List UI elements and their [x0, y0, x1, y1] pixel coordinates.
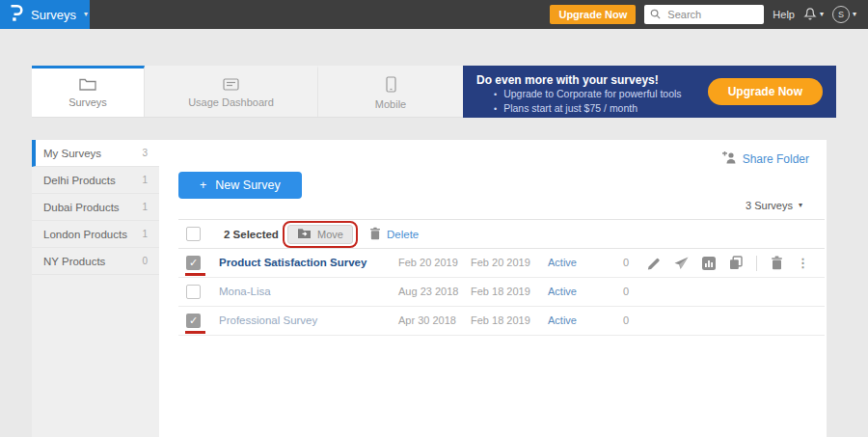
banner-bullet-text: Plans start at just $75 / month	[503, 101, 637, 115]
tab-label: Surveys	[68, 96, 107, 108]
brand-logo-icon	[9, 4, 23, 26]
banner-upgrade-button[interactable]: Upgrade Now	[708, 78, 823, 105]
bulk-actions-toolbar: 2 Selected Move	[178, 219, 825, 249]
copy-icon[interactable]	[729, 256, 743, 270]
upgrade-now-button[interactable]: Upgrade Now	[550, 5, 636, 24]
trash-icon	[369, 227, 381, 242]
tab-mobile[interactable]: Mobile	[318, 66, 463, 117]
checkbox-annotation-underline	[185, 331, 205, 334]
tab-label: Usage Dashboard	[188, 96, 274, 108]
app-switcher[interactable]: Surveys ▾	[0, 0, 90, 29]
folder-label: Dubai Products	[43, 202, 120, 213]
folder-count: 0	[142, 256, 148, 266]
modified-date: Feb 18 2019	[471, 286, 530, 297]
add-user-icon	[721, 151, 737, 167]
dashboard-icon	[223, 78, 239, 93]
responses-count: 0	[623, 286, 629, 297]
new-survey-label: New Survey	[215, 178, 280, 192]
avatar: S	[832, 6, 850, 23]
row-checkbox[interactable]	[186, 256, 201, 270]
select-all-checkbox[interactable]	[186, 227, 201, 241]
row-actions: ⋮	[647, 249, 809, 277]
reports-icon[interactable]	[702, 257, 716, 270]
app-screen: Surveys ▾ Upgrade Now Help	[0, 0, 868, 437]
account-menu[interactable]: S ▾	[832, 6, 856, 23]
help-link[interactable]: Help	[773, 9, 795, 20]
sidebar-item-london-products[interactable]: London Products 1	[32, 221, 159, 248]
sidebar-item-ny-products[interactable]: NY Products 0	[32, 248, 159, 275]
chevron-down-icon: ▾	[84, 11, 88, 18]
share-folder-link[interactable]: Share Folder	[721, 151, 809, 167]
more-options-icon[interactable]: ⋮	[797, 257, 809, 269]
new-survey-button[interactable]: + New Survey	[178, 172, 302, 199]
checkbox-annotation-underline	[185, 273, 205, 276]
section-tabs: Surveys Usage Dashboard Mobile	[32, 66, 463, 118]
folders-sidebar: My Surveys 3 Delhi Products 1 Dubai Prod…	[32, 140, 159, 437]
bullet-icon: •	[494, 102, 497, 116]
move-annotation-box: Move	[283, 221, 358, 248]
created-date: Apr 30 2018	[398, 314, 456, 326]
surveys-count-label: 3 Surveys	[746, 200, 793, 211]
table-row: Professional Survey Apr 30 2018 Feb 18 2…	[178, 307, 825, 336]
chevron-down-icon: ▾	[799, 202, 802, 209]
move-button[interactable]: Move	[287, 225, 353, 244]
created-date: Aug 23 2018	[398, 286, 458, 297]
app-menu-label: Surveys	[31, 8, 76, 22]
table-row: Product Satisfaction Survey Feb 20 2019 …	[178, 249, 825, 278]
promo-banner: Do even more with your surveys! • Upgrad…	[463, 66, 836, 118]
folder-count: 1	[142, 175, 148, 185]
delete-button[interactable]: Delete	[369, 227, 419, 242]
row-checkbox[interactable]	[186, 314, 201, 328]
tab-surveys[interactable]: Surveys	[32, 66, 145, 117]
row-checkbox[interactable]	[186, 285, 201, 299]
chevron-down-icon: ▾	[820, 11, 824, 18]
table-row: Mona-Lisa Aug 23 2018 Feb 18 2019 Active…	[178, 278, 825, 307]
share-folder-label: Share Folder	[743, 152, 809, 166]
folder-label: London Products	[43, 229, 127, 240]
sidebar-item-my-surveys[interactable]: My Surveys 3	[32, 140, 159, 167]
survey-title-link[interactable]: Product Satisfaction Survey	[219, 257, 366, 268]
tab-label: Mobile	[375, 98, 406, 110]
plus-icon: +	[200, 178, 206, 192]
surveys-table: 2 Selected Move	[178, 219, 825, 336]
responses-count: 0	[623, 314, 629, 326]
move-folder-icon	[297, 228, 312, 241]
trash-icon[interactable]	[771, 256, 783, 270]
folder-icon	[79, 77, 96, 93]
chevron-down-icon: ▾	[853, 11, 856, 18]
search-input[interactable]	[665, 8, 758, 21]
folder-label: NY Products	[43, 256, 105, 267]
selected-count-label: 2 Selected	[224, 229, 279, 240]
status-badge[interactable]: Active	[548, 314, 577, 326]
folder-count: 3	[142, 148, 148, 158]
surveys-panel: Share Folder + New Survey 3 Surveys ▾ 2 …	[159, 140, 827, 437]
send-icon[interactable]	[674, 257, 689, 270]
bell-icon	[803, 6, 817, 24]
folder-count: 1	[142, 202, 148, 212]
edit-icon[interactable]	[647, 257, 661, 270]
bullet-icon: •	[494, 88, 497, 101]
modified-date: Feb 18 2019	[471, 314, 530, 326]
folder-label: My Surveys	[43, 148, 101, 159]
tab-usage-dashboard[interactable]: Usage Dashboard	[145, 66, 318, 117]
created-date: Feb 20 2019	[398, 257, 458, 268]
sidebar-item-delhi-products[interactable]: Delhi Products 1	[32, 167, 159, 194]
surveys-count-dropdown[interactable]: 3 Surveys ▾	[746, 200, 802, 211]
folder-count: 1	[142, 229, 148, 239]
status-badge[interactable]: Active	[548, 286, 577, 297]
survey-title-link[interactable]: Mona-Lisa	[219, 286, 271, 297]
delete-label: Delete	[387, 229, 419, 240]
sidebar-item-dubai-products[interactable]: Dubai Products 1	[32, 194, 159, 221]
status-badge[interactable]: Active	[548, 257, 577, 268]
responses-count: 0	[623, 257, 629, 268]
folder-label: Delhi Products	[43, 175, 116, 186]
survey-title-link[interactable]: Professional Survey	[219, 314, 317, 326]
search-box[interactable]	[644, 5, 764, 24]
modified-date: Feb 20 2019	[471, 257, 530, 268]
actions-divider	[756, 256, 757, 271]
notifications-menu[interactable]: ▾	[803, 6, 824, 24]
search-icon	[650, 6, 661, 23]
topbar-right: Upgrade Now Help ▾	[550, 5, 868, 24]
mobile-icon	[386, 76, 396, 95]
move-label: Move	[317, 229, 343, 240]
